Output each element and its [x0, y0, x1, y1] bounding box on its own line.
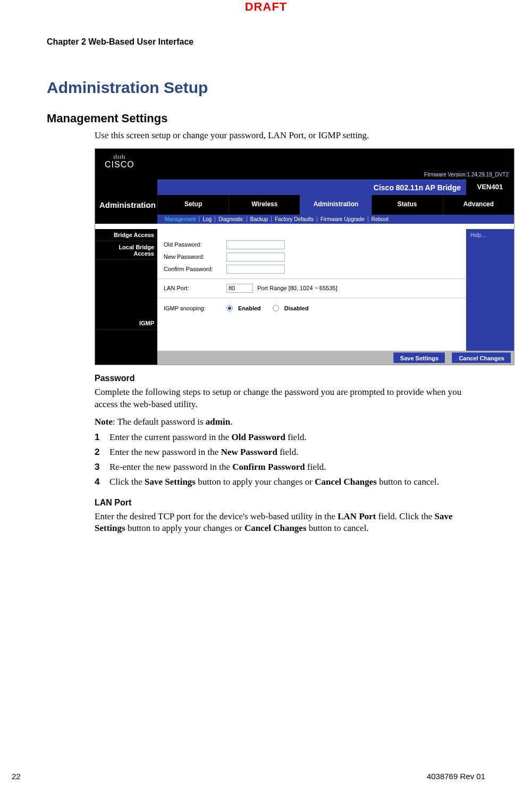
password-heading: Password	[95, 374, 485, 383]
label-igmp-snooping: IGMP snooping:	[164, 305, 222, 311]
tab-setup[interactable]: Setup	[157, 195, 229, 215]
side-local-bridge-access: Local Bridge Access	[95, 241, 157, 260]
step-4: 4 Click the Save Settings button to appl…	[95, 476, 485, 488]
section-label: Administration	[95, 195, 157, 215]
intro-text: Use this screen setup or change your pas…	[95, 130, 485, 142]
label-disabled: Disabled	[284, 305, 309, 311]
subtab-firmware-upgrade[interactable]: Firmware Upgrade	[317, 216, 368, 222]
cisco-logo: ılıılı CISCO	[105, 154, 134, 169]
lanport-heading: LAN Port	[95, 498, 485, 508]
label-old-password: Old Password:	[164, 241, 222, 248]
label-enabled: Enabled	[238, 305, 261, 311]
cancel-changes-button[interactable]: Cancel Changes	[452, 352, 511, 363]
old-password-field[interactable]	[226, 240, 285, 249]
subtab-log[interactable]: Log	[199, 216, 215, 222]
draft-watermark: DRAFT	[245, 0, 288, 14]
firmware-version: Firmware Version:1.24.29.19_DVT2	[424, 172, 509, 178]
label-lan-port: LAN Port:	[164, 285, 222, 291]
model-label: VEN401	[466, 180, 514, 195]
password-note: Note: The default password is admin.	[95, 416, 485, 428]
lan-port-field[interactable]	[226, 284, 253, 293]
page-title: Administration Setup	[47, 79, 485, 97]
save-settings-button[interactable]: Save Settings	[393, 352, 445, 363]
subtab-diagnostic[interactable]: Diagnostic	[215, 216, 247, 222]
subtab-reboot[interactable]: Reboot	[368, 216, 392, 222]
new-password-field[interactable]	[226, 252, 285, 261]
admin-screenshot: ılıılı CISCO Firmware Version:1.24.29.19…	[95, 148, 514, 365]
label-new-password: New Password:	[164, 254, 222, 260]
doc-id: 4038769 Rev 01	[427, 772, 485, 781]
step-3: 3 Re-enter the new password in the Confi…	[95, 461, 485, 474]
section-title: Management Settings	[47, 112, 485, 125]
tab-status[interactable]: Status	[371, 195, 443, 215]
label-confirm-password: Confirm Password:	[164, 266, 222, 272]
page-number: 22	[12, 772, 21, 781]
help-link[interactable]: Help…	[466, 229, 514, 351]
product-title: Cisco 802.11n AP Bridge	[157, 180, 466, 195]
tab-administration[interactable]: Administration	[300, 195, 371, 215]
confirm-password-field[interactable]	[226, 265, 285, 274]
radio-disabled[interactable]	[273, 305, 279, 311]
password-intro: Complete the following steps to setup or…	[95, 386, 485, 411]
side-igmp: IGMP	[95, 317, 157, 330]
lan-port-hint: Port Range [80, 1024 ~ 65535]	[257, 285, 337, 291]
subtab-backup[interactable]: Backup	[247, 216, 272, 222]
tab-wireless[interactable]: Wireless	[229, 195, 300, 215]
lanport-text: Enter the desired TCP port for the devic…	[95, 511, 485, 535]
side-bridge-access: Bridge Access	[95, 229, 157, 241]
tab-advanced[interactable]: Advanced	[443, 195, 514, 215]
chapter-header: Chapter 2 Web-Based User Interface	[47, 37, 485, 47]
subtab-factory-defaults[interactable]: Factory Defaults	[272, 216, 317, 222]
radio-enabled[interactable]	[226, 305, 233, 311]
subtab-management[interactable]: Management	[162, 216, 199, 222]
step-2: 2 Enter the new password in the New Pass…	[95, 446, 485, 459]
step-1: 1 Enter the current password in the Old …	[95, 432, 485, 444]
